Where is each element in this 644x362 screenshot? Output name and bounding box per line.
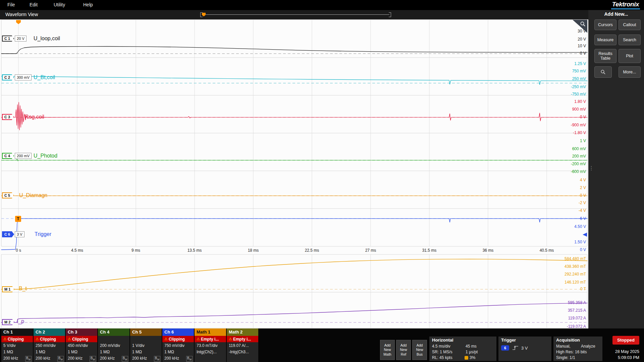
- channel-setting-row: 1 MΩ: [130, 349, 162, 355]
- channel-setting-row: 750 mV/div: [162, 342, 194, 349]
- record-view-bar[interactable]: [200, 12, 391, 17]
- results-table-button[interactable]: Results Table: [594, 49, 616, 63]
- channel-box-ch-1[interactable]: Ch 1⚠Clipping5 V/div1 MΩ200 kHzBW: [1, 328, 33, 362]
- trigger-source-badge: 6: [501, 345, 509, 351]
- cursors-button[interactable]: Cursors: [594, 19, 616, 30]
- warning-icon: ⚠: [36, 337, 39, 341]
- channel-setting-row: 250 mV/div: [34, 342, 65, 349]
- channel-setting-row: 1 MΩ: [34, 349, 65, 355]
- channel-setting-row: 5 V/div: [1, 342, 33, 349]
- bandwidth-icon: BW: [154, 356, 160, 362]
- channel-badge-c3[interactable]: C 3: [2, 114, 14, 120]
- add-new-ref-button[interactable]: Add New Ref: [396, 340, 411, 360]
- channel-setting-row: 200 kHzBW: [162, 355, 194, 361]
- waveform-label-u-photod: U_Photod: [34, 153, 57, 159]
- waveform-label-u-diamagn: U_Diamagn: [19, 192, 47, 198]
- warning-icon: ⚠: [229, 337, 232, 341]
- channel-box-ch-6[interactable]: Ch 6⚠Clipping750 mV/div1 MΩ200 kHzBW: [162, 328, 194, 362]
- channel-setting-row: 1 V/div: [130, 342, 162, 349]
- channel-box-ch-3[interactable]: Ch 3⚠Clipping450 mV/div1 MΩ200 kHzBW: [66, 328, 97, 362]
- system-time: 5:09:03 PM: [602, 355, 639, 360]
- measure-button[interactable]: Measure: [594, 35, 616, 45]
- channel-tag: C 6: [2, 231, 14, 237]
- channel-tab[interactable]: Ch 6: [162, 328, 194, 336]
- channel-badge-c5[interactable]: C 5: [2, 192, 14, 199]
- channel-setting-row: 200 kHzBW: [1, 355, 33, 361]
- search-button[interactable]: Search: [619, 35, 641, 45]
- clipping-warning: ⚠Empty i...: [227, 336, 258, 342]
- menu-help[interactable]: Help: [83, 2, 93, 7]
- channel-setting-row: 200 kHzBW: [66, 355, 97, 361]
- acquisition-panel[interactable]: Acquisition Manual, Analyze High Res: 16…: [553, 337, 602, 361]
- channel-badge-c1[interactable]: C 1 20 V: [2, 35, 26, 42]
- warning-icon: ⚠: [3, 337, 7, 341]
- trigger-t-badge[interactable]: T: [15, 216, 21, 222]
- channel-scale-value: 3 V: [15, 231, 24, 237]
- bandwidth-icon: BW: [25, 356, 32, 362]
- channel-setting-row: 1 MΩ: [162, 349, 194, 355]
- channel-scale-value: 200 mV: [15, 153, 32, 159]
- run-stop-status-button[interactable]: Stopped: [612, 336, 639, 345]
- channel-tab[interactable]: Ch 3: [66, 328, 97, 336]
- channel-tag: C 4: [2, 153, 14, 159]
- more-button[interactable]: More...: [619, 66, 641, 78]
- math-badge-m2[interactable]: M 2: [2, 319, 14, 325]
- clipping-warning: ⚠Clipping: [1, 336, 33, 342]
- channel-tab[interactable]: Math 1: [195, 328, 226, 336]
- trigger-panel[interactable]: Trigger 6 3 V: [498, 337, 551, 361]
- trigger-level-arrow-icon[interactable]: [583, 233, 587, 237]
- channel-tab[interactable]: Ch 5: [130, 328, 162, 336]
- acquisition-mode: Manual,: [556, 344, 571, 349]
- channel-box-ch-5[interactable]: Ch 51 V/div1 MΩ200 kHzBW: [130, 328, 162, 362]
- channel-tab[interactable]: Math 2: [227, 328, 258, 336]
- channel-setting-row: 200 kHzBW: [98, 355, 129, 361]
- trace-U_loop-coil: [1, 47, 587, 54]
- zoom-mode-button[interactable]: [594, 66, 612, 78]
- channel-box-ch-4[interactable]: Ch 4200 mV/div1 MΩ200 kHzBW: [98, 328, 129, 362]
- channel-setting-row: 73.0 mT/div: [195, 342, 226, 349]
- warning-icon: ⚠: [68, 337, 71, 341]
- channel-setting-row: 119.07 A/...: [227, 342, 258, 349]
- channel-badge-c4[interactable]: C 4 200 mV: [2, 153, 32, 159]
- horizontal-panel[interactable]: Horizontal 4.5 ms/div 45 ms SR: 1 MS/s 1…: [429, 337, 496, 361]
- right-panel: Add New... Cursors Callout Measure Searc…: [588, 10, 644, 328]
- trace-U_Bt-coil: [1, 76, 587, 85]
- bandwidth-icon: BW: [122, 356, 128, 362]
- channel-box-math-1[interactable]: Math 1⚠Empty i...73.0 mT/divIntg(Ch2)...: [195, 328, 226, 362]
- channel-tag: C 1: [2, 36, 14, 42]
- add-new-bus-button[interactable]: Add New Bus: [412, 340, 427, 360]
- math-badge-m1[interactable]: M 1: [2, 286, 14, 293]
- channel-badge-c6[interactable]: C 6 3 V: [2, 231, 24, 238]
- horizontal-window: 45 ms: [466, 344, 477, 349]
- waveform-label-trigger: Trigger: [35, 231, 51, 237]
- warning-icon: ⚠: [197, 337, 200, 341]
- menu-edit[interactable]: Edit: [30, 2, 38, 7]
- waveform-canvas: [0, 19, 588, 328]
- channel-box-ch-2[interactable]: Ch 2⚠Clipping250 mV/div1 MΩ200 kHzBW: [34, 328, 65, 362]
- record-view-line: [202, 14, 389, 15]
- add-new-math-button[interactable]: Add New Math: [380, 340, 395, 360]
- callout-button[interactable]: Callout: [619, 19, 641, 30]
- system-date: 28 May 2025: [602, 349, 639, 354]
- sample-interval: 1 µs/pt: [466, 350, 478, 354]
- channel-box-math-2[interactable]: Math 2⚠Empty i...119.07 A/...-Intg(Ch3..…: [227, 328, 258, 362]
- clipping-warning: ⚠Clipping: [162, 336, 194, 342]
- waveform-label-b-t: B_t: [19, 286, 27, 292]
- channel-badge-c2[interactable]: C 2 300 mV: [2, 74, 32, 81]
- add-new-title: Add New...: [588, 11, 644, 17]
- bandwidth-icon: BW: [90, 356, 96, 362]
- waveform-view-title: Waveform View: [5, 12, 38, 17]
- trigger-title: Trigger: [501, 338, 516, 343]
- channel-tab[interactable]: Ch 4: [98, 328, 129, 336]
- panel-divider-handle[interactable]: ⋮: [589, 167, 594, 170]
- menu-file[interactable]: File: [7, 2, 15, 7]
- channel-setting-row: [227, 355, 258, 361]
- channel-tab[interactable]: Ch 1: [1, 328, 33, 336]
- channel-tab[interactable]: Ch 2: [34, 328, 65, 336]
- waveform-plot: 30 V20 V10 V0 V1.25 V750 mV250 mV-250 mV…: [0, 19, 588, 328]
- plot-button[interactable]: Plot: [619, 49, 641, 63]
- channel-scale-value: 20 V: [15, 36, 26, 42]
- waveform-label-u-bt-coil: U_Bt,coil: [34, 74, 55, 80]
- menu-utility[interactable]: Utility: [54, 2, 65, 7]
- trace-I_p: [1, 303, 587, 322]
